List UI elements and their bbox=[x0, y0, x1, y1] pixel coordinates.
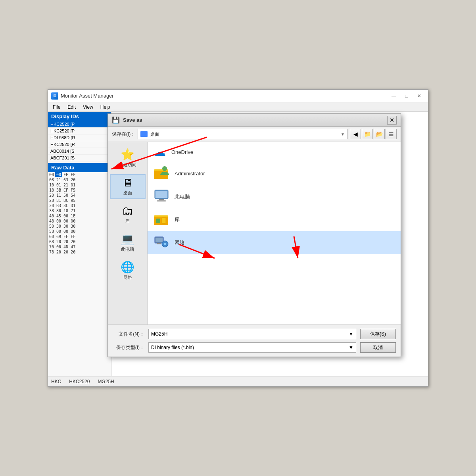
administrator-icon bbox=[154, 166, 169, 181]
svg-rect-10 bbox=[162, 218, 166, 223]
desktop-icon: 🖥 bbox=[122, 177, 133, 188]
save-dialog: 💾 Save as ✕ 保存在(I)： 桌面 ▼ ◀ 📁 bbox=[107, 113, 401, 357]
location-label: 保存在(I)： bbox=[112, 131, 135, 138]
filename-dropdown-icon: ▼ bbox=[349, 331, 353, 337]
file-name: OneDrive bbox=[171, 149, 193, 155]
dialog-sidebar: ⭐ 快速访问 🖥 桌面 🗂 库 💻 此电脑 bbox=[108, 142, 148, 324]
filetype-dropdown-icon: ▼ bbox=[349, 345, 353, 350]
filetype-label: 保存类型(I)： bbox=[113, 344, 144, 351]
back-button[interactable]: ◀ bbox=[350, 129, 361, 139]
sidebar-item-library[interactable]: 🗂 库 bbox=[110, 202, 146, 227]
save-button[interactable]: 保存(S) bbox=[360, 329, 396, 339]
file-item-network[interactable]: 网络 bbox=[148, 231, 401, 254]
filename-value: MG25H bbox=[151, 331, 167, 337]
svg-rect-4 bbox=[155, 191, 167, 198]
location-value: 桌面 bbox=[150, 131, 159, 138]
dialog-title-text: Save as bbox=[123, 117, 142, 123]
dialog-close-button[interactable]: ✕ bbox=[387, 116, 397, 125]
forward-button[interactable]: 📁 bbox=[362, 129, 373, 139]
sidebar-item-quickaccess[interactable]: ⭐ 快速访问 bbox=[110, 146, 146, 171]
toolbar-buttons: ◀ 📁 📂 ☰ bbox=[350, 129, 397, 139]
file-item-library[interactable]: 库 bbox=[148, 208, 401, 231]
quickaccess-icon: ⭐ bbox=[121, 149, 134, 160]
svg-rect-6 bbox=[157, 200, 166, 202]
sidebar-label: 网络 bbox=[123, 274, 132, 280]
file-name: 网络 bbox=[175, 239, 185, 246]
sidebar-item-network[interactable]: 🌐 网络 bbox=[110, 259, 146, 284]
library-file-icon bbox=[154, 212, 169, 227]
file-item-computer[interactable]: 此电脑 bbox=[148, 185, 401, 208]
sidebar-item-desktop[interactable]: 🖥 桌面 bbox=[110, 174, 146, 199]
dialog-overlay: 💾 Save as ✕ 保存在(I)： 桌面 ▼ ◀ 📁 bbox=[48, 90, 428, 386]
onedrive-icon: ☁ bbox=[154, 146, 166, 158]
svg-rect-12 bbox=[155, 238, 163, 242]
svg-rect-13 bbox=[157, 243, 161, 244]
dialog-toolbar: 保存在(I)： 桌面 ▼ ◀ 📁 📂 ☰ bbox=[108, 127, 401, 142]
svg-rect-5 bbox=[159, 199, 164, 200]
svg-rect-8 bbox=[154, 217, 168, 225]
sidebar-label: 此电脑 bbox=[121, 246, 134, 252]
new-folder-button[interactable]: 📂 bbox=[374, 129, 385, 139]
filetype-row: 保存类型(I)： DI binary files (*.bin) ▼ 取消 bbox=[113, 342, 396, 353]
svg-rect-9 bbox=[156, 219, 160, 223]
computer-icon: 💻 bbox=[121, 234, 134, 245]
library-icon: 🗂 bbox=[122, 205, 133, 217]
dialog-file-area: ☁ OneDrive bbox=[148, 142, 401, 324]
svg-point-2 bbox=[162, 166, 167, 171]
dialog-bottom: 文件名(N)： MG25H ▼ 保存(S) 保存类型(I)： DI binary… bbox=[108, 324, 401, 357]
dialog-body: ⭐ 快速访问 🖥 桌面 🗂 库 💻 此电脑 bbox=[108, 142, 401, 324]
view-button[interactable]: ☰ bbox=[386, 129, 397, 139]
dropdown-arrow-icon: ▼ bbox=[341, 132, 345, 136]
file-item-onedrive[interactable]: ☁ OneDrive bbox=[148, 142, 401, 162]
filetype-value: DI binary files (*.bin) bbox=[151, 345, 194, 350]
network-icon: 🌐 bbox=[121, 262, 134, 273]
filename-input[interactable]: MG25H ▼ bbox=[148, 329, 356, 339]
cancel-button[interactable]: 取消 bbox=[360, 342, 396, 353]
network-file-icon bbox=[154, 235, 169, 250]
file-item-administrator[interactable]: Administrator bbox=[148, 162, 401, 185]
dialog-title-bar: 💾 Save as ✕ bbox=[108, 114, 401, 127]
sidebar-label: 桌面 bbox=[123, 190, 132, 196]
dialog-title-left: 💾 Save as bbox=[112, 116, 142, 124]
location-dropdown[interactable]: 桌面 ▼ bbox=[138, 129, 347, 139]
computer-file-icon bbox=[154, 189, 169, 204]
file-name: Administrator bbox=[175, 171, 205, 177]
main-window: 🖥 Monitor Asset Manager — □ ✕ File Edit … bbox=[48, 89, 428, 387]
file-name: 库 bbox=[175, 216, 180, 223]
sidebar-label: 快速访问 bbox=[119, 162, 136, 168]
sidebar-item-computer[interactable]: 💻 此电脑 bbox=[110, 230, 146, 255]
filename-label: 文件名(N)： bbox=[113, 331, 144, 338]
file-name: 此电脑 bbox=[175, 193, 190, 200]
sidebar-label: 库 bbox=[125, 218, 130, 224]
location-icon bbox=[140, 131, 148, 137]
location-left: 桌面 bbox=[140, 131, 159, 138]
dialog-icon: 💾 bbox=[112, 116, 120, 124]
filename-row: 文件名(N)： MG25H ▼ 保存(S) bbox=[113, 329, 396, 339]
filetype-select[interactable]: DI binary files (*.bin) ▼ bbox=[148, 342, 356, 353]
